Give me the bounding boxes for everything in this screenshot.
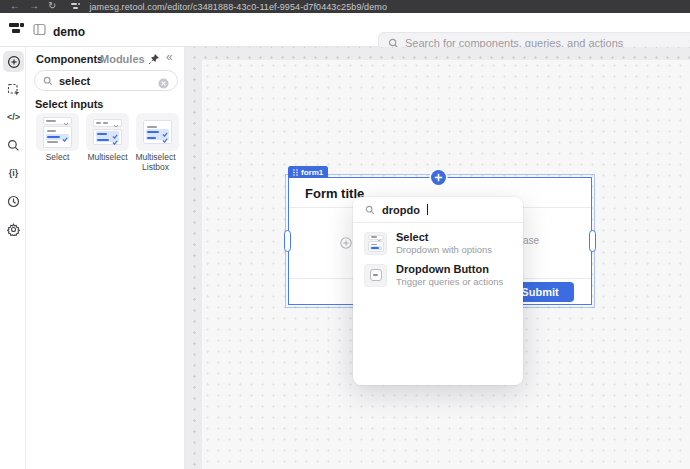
card-label: Multiselect xyxy=(82,153,133,163)
retool-logo-icon[interactable] xyxy=(9,23,24,35)
select-component-icon xyxy=(364,232,387,255)
add-component-above-button[interactable] xyxy=(431,170,446,185)
browser-refresh-icon[interactable]: ↻ xyxy=(48,1,56,12)
card-label: Multiselect Listbox xyxy=(130,153,181,173)
state-icon: {i} xyxy=(9,169,19,178)
popup-result-subtitle: Dropdown with options xyxy=(396,244,492,255)
card-label: Select xyxy=(32,153,83,163)
add-component-icon xyxy=(7,55,21,69)
resize-handle-left[interactable] xyxy=(284,230,291,252)
tab-components[interactable]: Components xyxy=(36,53,103,65)
settings-icon xyxy=(7,223,20,236)
form-empty-hint-text: ase xyxy=(523,235,539,246)
add-component-hint-icon[interactable] xyxy=(340,235,352,247)
collapse-panel-button[interactable]: « xyxy=(166,50,173,64)
clear-search-icon[interactable] xyxy=(158,75,169,86)
search-icon xyxy=(7,139,20,152)
pin-panel-button[interactable] xyxy=(147,52,161,66)
plus-icon xyxy=(434,173,443,182)
editor-left-rail: </> {i} xyxy=(0,47,26,469)
insert-component-popup: dropdo Select Dropdown with options xyxy=(353,197,523,385)
editor-header: demo xyxy=(0,13,690,47)
rail-history-button[interactable] xyxy=(3,191,24,212)
component-card-multiselect[interactable] xyxy=(86,113,129,151)
component-search[interactable] xyxy=(34,70,178,91)
search-icon xyxy=(365,205,375,215)
component-tag-label: form1 xyxy=(301,168,323,177)
multiselect-component-icon xyxy=(93,119,122,145)
select-component-icon xyxy=(43,117,72,148)
pin-icon xyxy=(147,53,160,66)
browser-back-icon[interactable]: ← xyxy=(10,1,20,12)
search-icon xyxy=(43,76,53,86)
code-icon: </> xyxy=(7,113,20,122)
rail-add-component-button[interactable] xyxy=(3,51,24,72)
drag-handle-icon xyxy=(293,169,298,176)
retool-favicon-icon xyxy=(71,3,80,11)
rail-select-tool-button[interactable] xyxy=(3,79,24,100)
components-panel: Components Modules « Select inputs xyxy=(26,47,185,469)
rail-code-button[interactable]: </> xyxy=(3,107,24,128)
section-title: Select inputs xyxy=(35,98,103,110)
component-search-input[interactable] xyxy=(59,75,145,87)
popup-result-select[interactable]: Select Dropdown with options xyxy=(353,227,523,259)
app-title: demo xyxy=(53,25,85,39)
dropdown-button-component-icon xyxy=(364,264,387,287)
resize-handle-right[interactable] xyxy=(589,230,596,252)
component-card-multiselect-listbox[interactable] xyxy=(136,113,179,151)
select-tool-icon xyxy=(7,83,21,97)
component-tag[interactable]: form1 xyxy=(288,166,328,178)
popup-result-subtitle: Trigger queries or actions xyxy=(396,276,503,287)
history-icon xyxy=(7,195,20,208)
panel-toggle-icon[interactable] xyxy=(33,22,46,35)
rail-settings-button[interactable] xyxy=(3,219,24,240)
popup-result-title: Dropdown Button xyxy=(396,263,503,276)
rail-search-button[interactable] xyxy=(3,135,24,156)
text-cursor xyxy=(427,204,428,215)
browser-url[interactable]: jamesg.retool.com/editor/c3481888-43c0-1… xyxy=(89,2,387,12)
browser-address-bar: ← → ↻ jamesg.retool.com/editor/c3481888-… xyxy=(0,0,690,13)
browser-forward-icon[interactable]: → xyxy=(29,1,39,12)
component-card-select[interactable] xyxy=(36,113,79,151)
popup-result-dropdown-button[interactable]: Dropdown Button Trigger queries or actio… xyxy=(353,259,523,291)
popup-search[interactable]: dropdo xyxy=(353,197,523,223)
tab-modules[interactable]: Modules xyxy=(100,53,145,65)
popup-result-title: Select xyxy=(396,231,492,244)
popup-search-value: dropdo xyxy=(382,204,420,216)
editor-canvas[interactable]: form1 Form title ase Submit dropdo xyxy=(185,47,690,469)
multiselect-listbox-component-icon xyxy=(143,120,172,144)
rail-state-button[interactable]: {i} xyxy=(3,163,24,184)
